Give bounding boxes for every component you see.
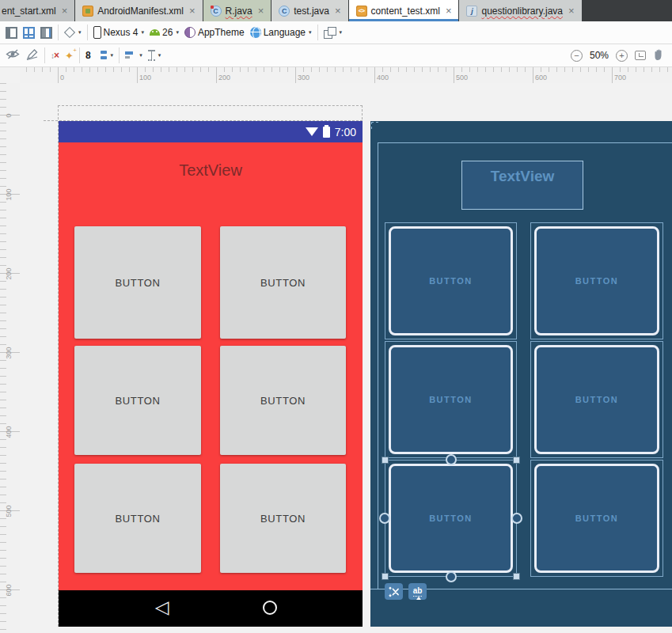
design-mode-icon[interactable] — [6, 27, 17, 39]
battery-icon — [323, 127, 330, 138]
align-icon — [125, 50, 136, 61]
blueprint-button[interactable]: BUTTON — [530, 460, 663, 577]
close-icon[interactable]: × — [189, 6, 196, 16]
resize-handle-top-left[interactable] — [382, 457, 389, 464]
arrows-icon: ↕ — [51, 51, 53, 60]
tab-label: R.java — [226, 6, 252, 17]
autoconnect-button[interactable] — [25, 48, 39, 63]
blueprint-button[interactable]: BUTTON — [385, 341, 517, 458]
theme-selector[interactable]: AppTheme — [184, 27, 245, 38]
design-button[interactable]: BUTTON — [220, 346, 346, 455]
horizontal-ruler: 0 100 200 300 400 500 600 700 — [20, 67, 672, 83]
locale-selector[interactable]: Language ▾ — [250, 27, 312, 38]
guideline-icon — [148, 50, 155, 61]
orientation-icon — [64, 27, 75, 38]
design-button[interactable]: BUTTON — [74, 226, 201, 339]
align-button[interactable]: ▾ — [125, 50, 142, 61]
resize-handle-top-right[interactable] — [513, 457, 520, 464]
blueprint-button[interactable]: BUTTON — [530, 222, 663, 339]
ruler-tick-label: 400 — [377, 74, 389, 81]
design-button[interactable]: BUTTON — [74, 346, 201, 455]
clear-constraints-button[interactable]: ↕ × — [51, 50, 59, 61]
guidelines-button[interactable]: ▾ — [148, 50, 161, 61]
tab-r-java[interactable]: R.java × — [203, 0, 271, 21]
tab-label: content_test.xml — [371, 6, 440, 17]
blueprint-button[interactable]: BUTTON — [530, 341, 663, 458]
tab-label: ent_start.xml — [2, 6, 56, 17]
editor-tab-bar: ent_start.xml × AndroidManifest.xml × R.… — [0, 0, 672, 21]
blueprint-button-outline: BUTTON — [534, 464, 659, 573]
home-icon — [263, 601, 277, 615]
java-file-icon — [466, 6, 477, 17]
close-icon[interactable]: × — [62, 6, 68, 16]
design-textview[interactable]: TextView — [59, 161, 363, 180]
blueprint-button[interactable]: BUTTON — [385, 222, 517, 339]
globe-icon — [250, 27, 261, 38]
tab-androidmanifest-xml[interactable]: AndroidManifest.xml × — [75, 0, 202, 21]
chevron-down-icon: ▾ — [78, 29, 82, 36]
pan-button[interactable] — [653, 48, 664, 63]
resize-handle-bottom-right[interactable] — [513, 573, 520, 580]
blueprint-mode-icon[interactable] — [23, 27, 35, 39]
eye-off-icon — [6, 48, 20, 60]
button-label: BUTTON — [575, 514, 619, 523]
ruler-tick-label: 0 — [5, 107, 13, 124]
close-icon[interactable]: × — [335, 6, 341, 16]
close-icon[interactable]: × — [258, 6, 264, 16]
design-button[interactable]: BUTTON — [74, 464, 201, 573]
close-icon[interactable]: × — [446, 6, 452, 16]
show-constraints-button[interactable] — [6, 48, 20, 63]
ruler-tick-label: 600 — [5, 582, 13, 599]
java-class-icon — [211, 6, 222, 17]
api-level-label: 26 — [162, 27, 173, 38]
ruler-tick-label: 0 — [60, 74, 64, 81]
default-margin-button[interactable]: 8 — [85, 50, 91, 61]
tab-label: AndroidManifest.xml — [97, 6, 184, 17]
anchor-handle-left[interactable] — [379, 513, 390, 524]
chevron-down-icon: ▾ — [111, 52, 114, 59]
anchor-handle-bottom[interactable] — [446, 571, 457, 582]
clear-constraints-icon — [388, 586, 401, 597]
button-label: BUTTON — [429, 276, 473, 286]
layout-variant-button[interactable]: ▾ — [324, 27, 343, 39]
design-button[interactable]: BUTTON — [220, 226, 346, 339]
zoom-level: 50% — [590, 50, 609, 61]
tab-questionlibrary-java[interactable]: questionlibrary.java × — [459, 0, 581, 21]
tab-test-java[interactable]: test.java × — [271, 0, 347, 21]
text-attribute-chip[interactable]: ab — [408, 583, 427, 600]
pack-button[interactable]: ▾ — [97, 50, 114, 61]
ruler-tick-label: 600 — [535, 74, 547, 81]
tab-ent-start-xml[interactable]: ent_start.xml × — [0, 0, 74, 21]
ruler-tick-label: 200 — [218, 74, 230, 81]
device-selector[interactable]: Nexus 4 ▾ — [93, 26, 145, 39]
ab-icon: ab — [413, 586, 423, 597]
blueprint-textview[interactable]: TextView — [461, 161, 583, 210]
anchor-handle-right[interactable] — [511, 513, 522, 524]
ruler-tick-label: 500 — [456, 74, 468, 81]
wifi-icon — [306, 127, 318, 136]
design-and-blueprint-mode-icon[interactable] — [40, 27, 52, 39]
zoom-in-button[interactable]: + — [616, 50, 628, 62]
chevron-down-icon: ▾ — [176, 29, 179, 36]
pencil-icon — [25, 48, 39, 60]
blueprint-button-outline: BUTTON — [389, 345, 513, 454]
button-label: BUTTON — [429, 514, 473, 523]
blueprint-button-selected[interactable]: BUTTON — [385, 460, 517, 577]
design-button[interactable]: BUTTON — [220, 464, 346, 573]
anchor-handle-top[interactable] — [446, 454, 457, 465]
infer-constraints-button[interactable]: ✦ — [65, 50, 74, 62]
blueprint-button-outline: BUTTON — [534, 345, 659, 454]
ruler-tick-label: 500 — [5, 502, 13, 520]
close-icon[interactable]: × — [568, 6, 575, 16]
tab-content-test-xml[interactable]: content_test.xml × — [349, 0, 459, 21]
status-bar: 7:00 — [59, 121, 363, 142]
orientation-button[interactable]: ▾ — [64, 28, 82, 36]
clear-constraints-chip[interactable] — [385, 583, 403, 600]
zoom-to-fit-button[interactable] — [635, 51, 646, 60]
button-label: BUTTON — [575, 395, 619, 404]
chevron-down-icon: ▾ — [139, 52, 142, 59]
zoom-out-button[interactable]: − — [571, 50, 583, 62]
blueprint-button-outline: BUTTON — [389, 464, 513, 573]
api-level-selector[interactable]: 26 ▾ — [150, 27, 179, 38]
resize-handle-bottom-left[interactable] — [382, 573, 389, 580]
